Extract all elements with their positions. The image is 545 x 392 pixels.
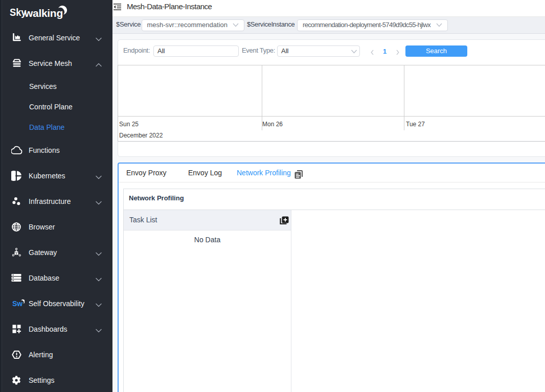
svg-text:Sw: Sw [12,299,22,308]
